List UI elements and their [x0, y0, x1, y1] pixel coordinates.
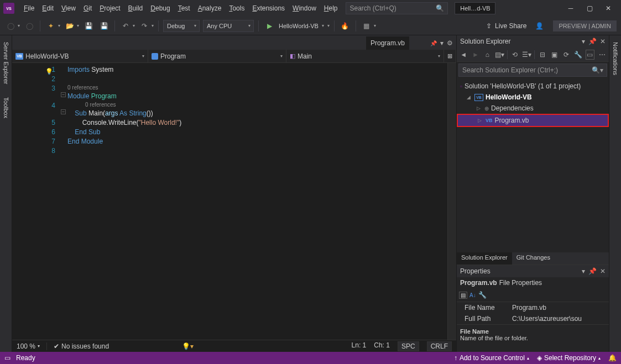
type-nav-combo[interactable]: Program ▾: [148, 50, 286, 62]
menu-project[interactable]: Project: [96, 2, 124, 14]
dependencies-node[interactable]: ▷ ⊕ Dependencies: [457, 103, 609, 114]
member-nav-combo[interactable]: ◧ Main ▾: [286, 50, 444, 62]
error-indicator[interactable]: ✔ No issues found: [54, 342, 109, 350]
collapse-icon[interactable]: ⊟: [537, 50, 547, 60]
show-all-icon[interactable]: ▣: [550, 50, 559, 60]
repo-icon: ◈: [537, 354, 542, 362]
refresh-icon[interactable]: ⟳: [561, 50, 571, 60]
status-ready: Ready: [16, 354, 35, 362]
expander-icon[interactable]: ▷: [478, 118, 483, 123]
expander-icon[interactable]: ▷: [477, 105, 482, 111]
right-panel-tabs: Solution Explorer Git Changes: [457, 252, 609, 265]
pin-tab-icon[interactable]: 📌: [430, 40, 437, 46]
menu-tools[interactable]: Tools: [225, 2, 248, 14]
menu-debug[interactable]: Debug: [147, 2, 174, 14]
menu-analyze[interactable]: Analyze: [194, 2, 226, 14]
file-tab-program[interactable]: Program.vb: [366, 36, 409, 50]
menu-view[interactable]: View: [58, 2, 80, 14]
bell-icon[interactable]: 🔔: [608, 354, 617, 362]
feedback-button[interactable]: 👤: [533, 20, 545, 32]
select-repository-button[interactable]: ◈ Select Repository ▴: [537, 354, 601, 362]
char-indicator[interactable]: Ch: 1: [374, 341, 390, 351]
vb-project-icon: VB: [15, 53, 23, 60]
file-node-program[interactable]: ▷ VB Program.vb: [457, 114, 609, 127]
expander-icon[interactable]: ◢: [467, 94, 472, 100]
settings-icon[interactable]: ⚙: [447, 39, 453, 47]
menu-test[interactable]: Test: [174, 2, 194, 14]
properties-title: Properties ▾ 📌 ✕: [457, 265, 609, 277]
lightbulb-icon[interactable]: 💡▾: [182, 342, 194, 350]
solution-node[interactable]: ▫ Solution 'HelloWorld-VB' (1 of 1 proje…: [457, 81, 609, 92]
forward-button[interactable]: ◯: [23, 20, 35, 32]
pin-icon[interactable]: 📌: [588, 267, 597, 275]
close-button[interactable]: ✕: [604, 4, 612, 12]
categorized-icon[interactable]: ▤: [459, 292, 467, 299]
dependencies-icon: ⊕: [484, 105, 489, 112]
notifications-tab[interactable]: Notifications: [611, 39, 620, 78]
menu-file[interactable]: File: [20, 2, 38, 14]
hot-reload-button[interactable]: 🔥: [339, 20, 351, 32]
line-indicator[interactable]: Ln: 1: [352, 341, 367, 351]
minimize-button[interactable]: ─: [567, 4, 575, 12]
tab-solution-explorer[interactable]: Solution Explorer: [457, 252, 512, 265]
add-source-control-button[interactable]: ↑ Add to Source Control ▴: [454, 354, 529, 362]
live-share-button[interactable]: ⇪ Live Share: [483, 22, 530, 30]
property-row[interactable]: File NameProgram.vb: [457, 302, 609, 313]
home-icon[interactable]: ⌂: [483, 50, 492, 60]
start-button[interactable]: ▶: [263, 20, 275, 32]
switch-views-icon[interactable]: ▤▾: [495, 50, 504, 60]
layout-button[interactable]: ▦: [361, 20, 373, 32]
fwd-icon[interactable]: ►: [471, 50, 481, 60]
code-editor[interactable]: 1💡2345678−− Imports System0 referencesMo…: [12, 63, 456, 340]
save-button[interactable]: 💾: [82, 20, 95, 32]
lineending-indicator[interactable]: CRLF: [427, 341, 452, 351]
properties-object: Program.vbFile Properties: [457, 277, 609, 288]
overflow-icon[interactable]: ⋯: [597, 50, 607, 60]
undo-button[interactable]: ↶: [119, 20, 132, 32]
redo-button[interactable]: ↷: [138, 20, 150, 32]
properties-icon[interactable]: 🔧: [573, 50, 583, 60]
menu-window[interactable]: Window: [289, 2, 320, 14]
project-nav-combo[interactable]: VB HelloWorld-VB ▾: [12, 50, 148, 62]
platform-combo[interactable]: Any CPU: [203, 20, 254, 32]
back-button[interactable]: ◯: [4, 20, 17, 32]
new-item-button[interactable]: ✦: [45, 20, 57, 32]
configuration-combo[interactable]: Debug: [163, 20, 200, 32]
property-pages-icon[interactable]: 🔧: [478, 291, 487, 299]
menu-build[interactable]: Build: [124, 2, 147, 14]
dropdown-icon[interactable]: ▾: [582, 38, 585, 45]
solution-tree[interactable]: ▫ Solution 'HelloWorld-VB' (1 of 1 proje…: [457, 78, 609, 252]
alphabetical-icon[interactable]: A↓: [469, 292, 476, 298]
solution-search-input[interactable]: Search Solution Explorer (Ctrl+;) 🔍▾: [458, 64, 607, 77]
split-view-button[interactable]: ⊞: [444, 50, 456, 62]
sync-icon[interactable]: ⟲: [510, 50, 520, 60]
editor-scrollbar[interactable]: [447, 63, 456, 340]
tab-git-changes[interactable]: Git Changes: [512, 252, 555, 265]
solution-explorer-title: Solution Explorer ▾ 📌 ✕: [457, 35, 609, 48]
tab-menu-icon[interactable]: ▾: [440, 39, 443, 47]
project-node[interactable]: ◢ VB HelloWorld-VB: [457, 92, 609, 103]
pin-icon[interactable]: 📌: [588, 38, 597, 45]
check-icon: ✔: [54, 342, 59, 350]
menu-extensions[interactable]: Extensions: [248, 2, 289, 14]
indent-indicator[interactable]: SPC: [398, 341, 419, 351]
dropdown-icon[interactable]: ▾: [582, 267, 585, 275]
menu-help[interactable]: Help: [320, 2, 342, 14]
maximize-button[interactable]: ▢: [586, 4, 593, 12]
global-search-input[interactable]: Search (Ctrl+Q) 🔍: [346, 2, 448, 14]
zoom-combo[interactable]: 100 % ▾: [17, 342, 40, 350]
preview-icon[interactable]: ▭: [586, 50, 595, 60]
server-explorer-tab[interactable]: Server Explorer: [2, 39, 11, 87]
menu-git[interactable]: Git: [80, 2, 96, 14]
menu-edit[interactable]: Edit: [38, 2, 58, 14]
close-panel-icon[interactable]: ✕: [600, 38, 606, 45]
save-all-button[interactable]: 💾: [98, 20, 110, 32]
start-target[interactable]: HelloWorld-VB: [279, 23, 319, 29]
output-icon[interactable]: ▭: [4, 354, 11, 362]
back-icon[interactable]: ◄: [459, 50, 468, 60]
close-panel-icon[interactable]: ✕: [600, 267, 606, 275]
toolbox-tab[interactable]: Toolbox: [2, 94, 11, 122]
property-row[interactable]: Full PathC:\Users\azureuser\sou: [457, 313, 609, 324]
filter-icon[interactable]: ☰▾: [522, 50, 531, 60]
open-button[interactable]: 📂: [64, 20, 76, 32]
